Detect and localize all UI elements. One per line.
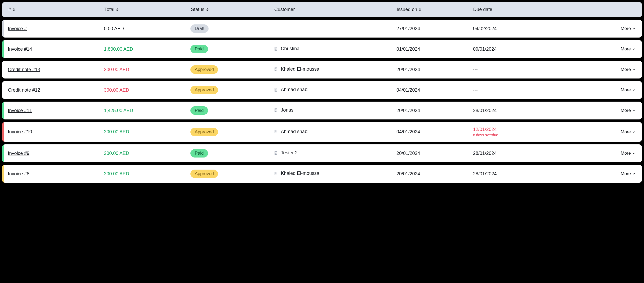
more-button[interactable]: More [621,108,636,113]
issued-cell: 27/01/2024 [396,26,473,32]
invoice-link[interactable]: Credit note #13 [8,67,40,72]
due-cell: --- [473,67,583,72]
more-button[interactable]: More [621,171,636,176]
status-badge: Approved [190,128,218,136]
table-row: Invoice #9 300.00 AED Paid Tester 2 20/0… [2,144,642,162]
more-button[interactable]: More [621,129,636,135]
sort-status[interactable]: Status [191,7,209,12]
more-label: More [621,129,631,135]
invoice-link[interactable]: Invoice #8 [8,171,29,176]
customer-cell: Christina [274,46,299,51]
sort-icon [419,8,422,12]
more-button[interactable]: More [621,46,636,52]
header-label-total: Total [104,7,114,12]
issued-cell: 20/01/2024 [396,171,473,177]
more-label: More [621,46,631,52]
total-cell: 0.00 AED [104,26,191,32]
invoice-link[interactable]: Credit note #12 [8,87,40,93]
customer-name: Ahmad shabi [281,87,308,92]
more-label: More [621,67,631,72]
more-label: More [621,26,631,31]
customer-name: Khaled El-moussa [281,66,319,72]
table-row: Invoice #8 300.00 AED Approved Khaled El… [2,165,642,183]
customer-cell: Jonas [274,107,293,113]
sort-total[interactable]: Total [104,7,119,12]
due-cell: 28/01/2024 [473,108,583,113]
chevron-down-icon [632,172,636,176]
total-cell: 300.00 AED [104,87,191,93]
more-button[interactable]: More [621,151,636,156]
building-icon [274,151,278,155]
customer-cell: Khaled El-moussa [274,66,319,72]
building-icon [274,47,278,51]
status-badge: Draft [190,24,209,33]
total-cell: 300.00 AED [104,151,191,156]
total-cell: 300.00 AED [104,67,191,72]
sort-icon [116,8,119,12]
issued-cell: 20/01/2024 [396,108,473,113]
customer-cell: Ahmad shabi [274,129,308,134]
due-cell: --- [473,87,583,93]
sort-number[interactable]: # [8,7,16,12]
header-label-number: # [8,7,11,12]
total-cell: 1,800.00 AED [104,46,191,52]
sort-icon [13,8,16,12]
invoice-table: # Total Status Customer Issued on [2,2,642,183]
customer-name: Khaled El-moussa [281,171,319,176]
table-header: # Total Status Customer Issued on [2,2,642,17]
chevron-down-icon [632,27,636,30]
more-label: More [621,87,631,93]
sort-issued[interactable]: Issued on [397,7,422,12]
total-cell: 1,425.00 AED [104,108,191,113]
issued-cell: 04/01/2024 [396,129,473,135]
invoice-link[interactable]: Invoice #10 [8,129,32,134]
status-badge: Approved [190,86,218,94]
table-row: Invoice #14 1,800.00 AED Paid Christina … [2,40,642,58]
header-label-issued: Issued on [397,7,417,12]
status-badge: Approved [190,65,218,74]
building-icon [274,108,278,112]
chevron-down-icon [632,109,636,112]
invoice-link[interactable]: Invoice #9 [8,151,29,156]
status-badge: Approved [190,170,218,178]
status-badge: Paid [190,106,208,115]
customer-cell: Ahmad shabi [274,87,308,92]
invoice-link[interactable]: Invoice #14 [8,46,32,52]
table-row: Invoice #10 300.00 AED Approved Ahmad sh… [2,122,642,142]
customer-name: Tester 2 [281,150,298,156]
invoice-link[interactable]: Invoice # [8,26,27,31]
customer-name: Ahmad shabi [281,129,308,134]
more-button[interactable]: More [621,26,636,31]
chevron-down-icon [632,130,636,134]
customer-cell: Khaled El-moussa [274,171,319,176]
due-cell: 12/01/2024 8 days overdue [473,127,583,137]
header-customer: Customer [274,7,295,12]
table-row: Credit note #13 300.00 AED Approved Khal… [2,61,642,78]
building-icon [274,67,278,71]
chevron-down-icon [632,68,636,71]
total-cell: 300.00 AED [104,129,191,135]
more-label: More [621,151,631,156]
header-label-customer: Customer [274,7,295,12]
customer-name: Jonas [281,107,293,113]
chevron-down-icon [632,151,636,155]
more-label: More [621,108,631,113]
customer-cell: Tester 2 [274,150,298,156]
status-badge: Paid [190,149,208,158]
header-label-status: Status [191,7,204,12]
invoice-link[interactable]: Invoice #11 [8,108,32,113]
chevron-down-icon [632,47,636,51]
customer-name: Christina [281,46,299,51]
overdue-text: 8 days overdue [473,133,583,137]
more-button[interactable]: More [621,87,636,93]
due-cell: 28/01/2024 [473,171,583,177]
issued-cell: 04/01/2024 [396,87,473,93]
status-badge: Paid [190,45,208,53]
issued-cell: 01/01/2024 [396,46,473,52]
sort-icon [206,8,209,12]
more-button[interactable]: More [621,67,636,72]
more-label: More [621,171,631,176]
total-cell: 300.00 AED [104,171,191,177]
building-icon [274,88,278,92]
header-label-due: Due date [473,7,492,12]
